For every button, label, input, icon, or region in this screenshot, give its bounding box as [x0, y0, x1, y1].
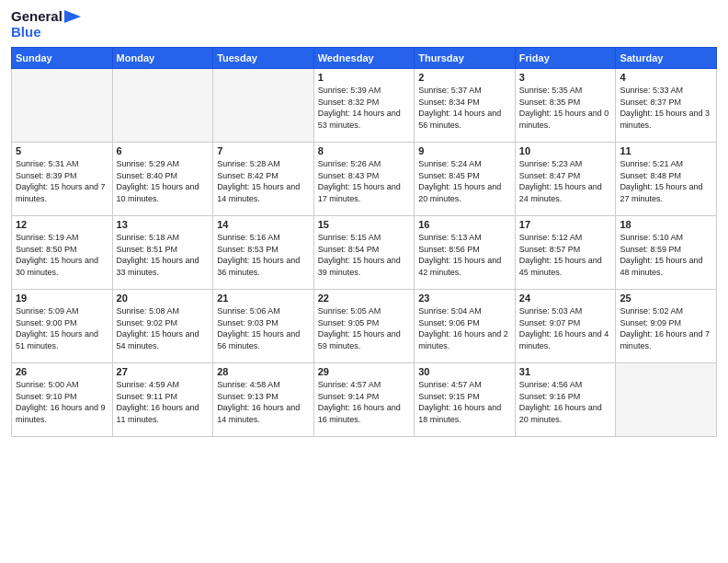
- cell-text: Sunrise: 5:03 AMSunset: 9:07 PMDaylight:…: [519, 305, 612, 351]
- day-number: 21: [217, 293, 310, 304]
- day-number: 13: [117, 219, 210, 230]
- weekday-header: Thursday: [415, 48, 516, 69]
- cell-text: Sunrise: 5:26 AMSunset: 8:43 PMDaylight:…: [318, 158, 411, 204]
- page-container: General Blue SundayMondayTuesdayWednesda…: [0, 0, 728, 446]
- calendar-cell: 3Sunrise: 5:35 AMSunset: 8:35 PMDaylight…: [515, 69, 616, 143]
- cell-text: Sunrise: 5:18 AMSunset: 8:51 PMDaylight:…: [117, 232, 210, 278]
- sunrise-text: Sunrise: 4:56 AM: [519, 379, 612, 391]
- sunset-text: Sunset: 9:11 PM: [117, 391, 210, 403]
- calendar-cell: 28Sunrise: 4:58 AMSunset: 9:13 PMDayligh…: [213, 363, 314, 437]
- day-number: 6: [117, 145, 210, 156]
- daylight-text: Daylight: 15 hours and 48 minutes.: [620, 255, 712, 278]
- calendar-cell: 29Sunrise: 4:57 AMSunset: 9:14 PMDayligh…: [313, 363, 415, 437]
- day-number: 16: [418, 219, 511, 230]
- daylight-text: Daylight: 16 hours and 14 minutes.: [217, 402, 310, 425]
- sunrise-text: Sunrise: 5:04 AM: [418, 305, 511, 317]
- cell-text: Sunrise: 5:06 AMSunset: 9:03 PMDaylight:…: [217, 305, 310, 351]
- calendar-cell: 10Sunrise: 5:23 AMSunset: 8:47 PMDayligh…: [515, 143, 616, 216]
- calendar-table: SundayMondayTuesdayWednesdayThursdayFrid…: [11, 47, 717, 437]
- sunset-text: Sunset: 8:34 PM: [418, 97, 511, 109]
- cell-text: Sunrise: 4:57 AMSunset: 9:15 PMDaylight:…: [418, 379, 511, 425]
- cell-text: Sunrise: 5:10 AMSunset: 8:59 PMDaylight:…: [620, 232, 712, 278]
- day-number: 24: [519, 293, 612, 304]
- day-number: 11: [620, 145, 712, 156]
- day-number: 31: [519, 366, 612, 377]
- daylight-text: Daylight: 15 hours and 45 minutes.: [519, 255, 612, 278]
- sunrise-text: Sunrise: 5:18 AM: [117, 232, 210, 244]
- cell-text: Sunrise: 5:15 AMSunset: 8:54 PMDaylight:…: [318, 232, 411, 278]
- sunrise-text: Sunrise: 5:00 AM: [16, 379, 108, 391]
- sunrise-text: Sunrise: 5:08 AM: [117, 305, 210, 317]
- sunset-text: Sunset: 9:03 PM: [217, 317, 310, 329]
- sunset-text: Sunset: 9:13 PM: [217, 391, 310, 403]
- calendar-week-row: 12Sunrise: 5:19 AMSunset: 8:50 PMDayligh…: [12, 216, 717, 290]
- day-number: 27: [117, 366, 210, 377]
- cell-text: Sunrise: 5:00 AMSunset: 9:10 PMDaylight:…: [16, 379, 108, 425]
- calendar-cell: 16Sunrise: 5:13 AMSunset: 8:56 PMDayligh…: [415, 216, 516, 290]
- cell-text: Sunrise: 4:59 AMSunset: 9:11 PMDaylight:…: [117, 379, 210, 425]
- daylight-text: Daylight: 16 hours and 2 minutes.: [418, 328, 511, 351]
- weekday-header: Sunday: [12, 48, 113, 69]
- daylight-text: Daylight: 16 hours and 9 minutes.: [16, 402, 108, 425]
- daylight-text: Daylight: 14 hours and 53 minutes.: [318, 108, 411, 131]
- sunrise-text: Sunrise: 5:39 AM: [318, 85, 411, 97]
- daylight-text: Daylight: 15 hours and 39 minutes.: [318, 255, 411, 278]
- sunrise-text: Sunrise: 4:58 AM: [217, 379, 310, 391]
- cell-text: Sunrise: 5:23 AMSunset: 8:47 PMDaylight:…: [519, 158, 612, 204]
- calendar-cell: 23Sunrise: 5:04 AMSunset: 9:06 PMDayligh…: [415, 290, 516, 363]
- logo-text-blue: Blue: [11, 25, 81, 40]
- sunset-text: Sunset: 8:48 PM: [620, 170, 712, 182]
- day-number: 7: [217, 145, 310, 156]
- sunrise-text: Sunrise: 5:10 AM: [620, 232, 712, 244]
- weekday-header: Tuesday: [213, 48, 314, 69]
- sunset-text: Sunset: 8:47 PM: [519, 170, 612, 182]
- sunset-text: Sunset: 9:02 PM: [117, 317, 210, 329]
- day-number: 17: [519, 219, 612, 230]
- cell-text: Sunrise: 5:28 AMSunset: 8:42 PMDaylight:…: [217, 158, 310, 204]
- sunrise-text: Sunrise: 4:57 AM: [418, 379, 511, 391]
- calendar-cell: 11Sunrise: 5:21 AMSunset: 8:48 PMDayligh…: [616, 143, 717, 216]
- calendar-cell: 22Sunrise: 5:05 AMSunset: 9:05 PMDayligh…: [313, 290, 415, 363]
- weekday-header: Friday: [515, 48, 616, 69]
- calendar-cell: 6Sunrise: 5:29 AMSunset: 8:40 PMDaylight…: [112, 143, 213, 216]
- calendar-cell: 2Sunrise: 5:37 AMSunset: 8:34 PMDaylight…: [415, 69, 516, 143]
- cell-text: Sunrise: 4:58 AMSunset: 9:13 PMDaylight:…: [217, 379, 310, 425]
- daylight-text: Daylight: 15 hours and 10 minutes.: [117, 181, 210, 204]
- sunrise-text: Sunrise: 5:03 AM: [519, 305, 612, 317]
- sunrise-text: Sunrise: 5:33 AM: [620, 85, 712, 97]
- cell-text: Sunrise: 5:33 AMSunset: 8:37 PMDaylight:…: [620, 85, 712, 131]
- svg-marker-0: [64, 10, 81, 23]
- sunrise-text: Sunrise: 5:19 AM: [16, 232, 108, 244]
- daylight-text: Daylight: 15 hours and 27 minutes.: [620, 181, 712, 204]
- cell-text: Sunrise: 5:21 AMSunset: 8:48 PMDaylight:…: [620, 158, 712, 204]
- day-number: 4: [620, 72, 712, 83]
- daylight-text: Daylight: 15 hours and 42 minutes.: [418, 255, 511, 278]
- header: General Blue: [11, 9, 717, 40]
- calendar-cell: 17Sunrise: 5:12 AMSunset: 8:57 PMDayligh…: [515, 216, 616, 290]
- calendar-cell: 5Sunrise: 5:31 AMSunset: 8:39 PMDaylight…: [12, 143, 113, 216]
- daylight-text: Daylight: 15 hours and 3 minutes.: [620, 108, 712, 131]
- day-number: 20: [117, 293, 210, 304]
- daylight-text: Daylight: 16 hours and 11 minutes.: [117, 402, 210, 425]
- sunrise-text: Sunrise: 5:28 AM: [217, 158, 310, 170]
- cell-text: Sunrise: 5:04 AMSunset: 9:06 PMDaylight:…: [418, 305, 511, 351]
- sunset-text: Sunset: 8:51 PM: [117, 244, 210, 256]
- sunrise-text: Sunrise: 5:09 AM: [16, 305, 108, 317]
- calendar-week-row: 5Sunrise: 5:31 AMSunset: 8:39 PMDaylight…: [12, 143, 717, 216]
- daylight-text: Daylight: 15 hours and 54 minutes.: [117, 328, 210, 351]
- daylight-text: Daylight: 16 hours and 18 minutes.: [418, 402, 511, 425]
- day-number: 19: [16, 293, 108, 304]
- sunset-text: Sunset: 8:56 PM: [418, 244, 511, 256]
- weekday-header: Monday: [112, 48, 213, 69]
- day-number: 25: [620, 293, 712, 304]
- calendar-cell: 15Sunrise: 5:15 AMSunset: 8:54 PMDayligh…: [313, 216, 415, 290]
- day-number: 18: [620, 219, 712, 230]
- sunset-text: Sunset: 9:05 PM: [318, 317, 411, 329]
- sunrise-text: Sunrise: 5:05 AM: [318, 305, 411, 317]
- daylight-text: Daylight: 15 hours and 24 minutes.: [519, 181, 612, 204]
- cell-text: Sunrise: 5:05 AMSunset: 9:05 PMDaylight:…: [318, 305, 411, 351]
- sunset-text: Sunset: 8:32 PM: [318, 97, 411, 109]
- calendar-week-row: 1Sunrise: 5:39 AMSunset: 8:32 PMDaylight…: [12, 69, 717, 143]
- day-number: 22: [318, 293, 411, 304]
- cell-text: Sunrise: 5:35 AMSunset: 8:35 PMDaylight:…: [519, 85, 612, 131]
